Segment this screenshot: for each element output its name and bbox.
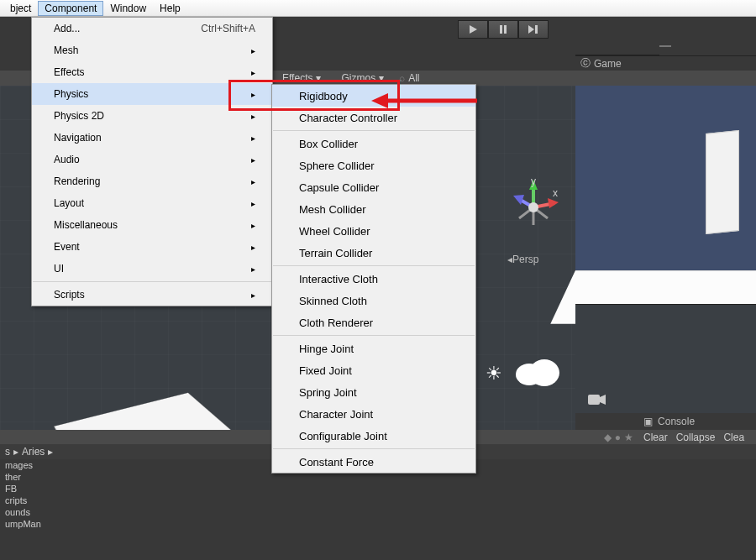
list-item[interactable]: umpMan <box>0 518 277 530</box>
submenu-item-cloth-renderer[interactable]: Cloth Renderer <box>272 311 475 333</box>
menu-item-miscellaneous[interactable]: Miscellaneous▸ <box>32 214 272 236</box>
console-toolbar: Clear Collapse Clea <box>638 430 756 444</box>
menu-object[interactable]: bject <box>3 1 38 16</box>
menu-item-label: UI <box>54 263 64 275</box>
submenu-item-spring-joint[interactable]: Spring Joint <box>272 381 475 403</box>
list-item[interactable]: mages <box>0 459 277 471</box>
submenu-item-capsule-collider[interactable]: Capsule Collider <box>272 176 475 198</box>
collapse-button[interactable]: Collapse <box>676 432 716 443</box>
menu-item-effects[interactable]: Effects▸ <box>32 61 272 83</box>
menu-item-physics2d[interactable]: Physics 2D▸ <box>32 105 272 127</box>
chevron-right-icon: ▸ <box>251 68 255 77</box>
list-item[interactable]: cripts <box>0 495 277 506</box>
game-tab-label: Game <box>594 58 622 70</box>
submenu-item-terrain-collider[interactable]: Terrain Collider <box>272 242 475 264</box>
filter-icon[interactable]: ◆ <box>604 432 612 443</box>
game-view[interactable] <box>575 86 756 413</box>
menu-item-add[interactable]: Add... Ctrl+Shift+A <box>32 18 272 39</box>
clear-on-play-button[interactable]: Clea <box>723 432 744 443</box>
star-icon[interactable]: ★ <box>624 432 633 443</box>
submenu-item-mesh-collider[interactable]: Mesh Collider <box>272 198 475 220</box>
chevron-right-icon: ▸ <box>251 177 255 186</box>
console-tab[interactable]: ▣ Console <box>638 415 756 430</box>
menu-item-scripts[interactable]: Scripts▸ <box>32 284 272 306</box>
submenu-item-sphere-collider[interactable]: Sphere Collider <box>272 154 475 176</box>
menu-item-layout[interactable]: Layout▸ <box>32 192 272 214</box>
menu-item-ui[interactable]: UI▸ <box>32 258 272 280</box>
camera-icon <box>588 393 606 409</box>
svg-rect-2 <box>504 25 507 34</box>
menu-item-label: Effects <box>54 66 84 78</box>
menu-window[interactable]: Window <box>103 1 153 16</box>
filter-icon[interactable]: ● <box>615 432 621 443</box>
submenu-item-fixed-joint[interactable]: Fixed Joint <box>272 359 475 381</box>
search-icon: ⌕ <box>399 72 405 84</box>
svg-marker-3 <box>528 25 534 34</box>
breadcrumb-folder[interactable]: Aries <box>22 446 45 458</box>
effects-dropdown[interactable]: Effects <box>282 72 312 84</box>
orientation-gizmo[interactable]: x y <box>504 178 558 232</box>
chevron-right-icon: ▸ <box>251 199 255 208</box>
menu-item-navigation[interactable]: Navigation▸ <box>32 127 272 149</box>
svg-rect-4 <box>535 25 538 34</box>
svg-marker-20 <box>600 395 606 405</box>
chevron-right-icon: ▸ <box>48 446 53 458</box>
play-button[interactable] <box>458 20 488 39</box>
chevron-right-icon: ▸ <box>251 133 255 143</box>
menu-item-label: Physics <box>54 88 88 100</box>
menu-item-label: Navigation <box>54 132 102 144</box>
svg-point-18 <box>529 359 559 386</box>
submenu-item-skinned-cloth[interactable]: Skinned Cloth <box>272 290 475 311</box>
physics-submenu: Rigidbody Character Controller Box Colli… <box>271 84 476 474</box>
chevron-down-icon: ▾ <box>316 72 321 84</box>
menu-separator <box>273 448 475 449</box>
chevron-right-icon: ▸ <box>251 243 255 252</box>
submenu-item-box-collider[interactable]: Box Collider <box>272 133 475 154</box>
svg-text:x: x <box>553 187 558 199</box>
menu-item-mesh[interactable]: Mesh▸ <box>32 39 272 61</box>
submenu-item-interactive-cloth[interactable]: Interactive Cloth <box>272 268 475 290</box>
submenu-item-wheel-collider[interactable]: Wheel Collider <box>272 220 475 242</box>
list-item[interactable]: ther <box>0 471 277 483</box>
pause-button[interactable] <box>488 20 518 39</box>
menu-item-event[interactable]: Event▸ <box>32 236 272 258</box>
svg-marker-8 <box>548 198 559 208</box>
menu-separator <box>273 335 475 336</box>
search-all[interactable]: All <box>408 72 419 84</box>
submenu-item-character-joint[interactable]: Character Joint <box>272 403 475 425</box>
menu-item-rendering[interactable]: Rendering▸ <box>32 170 272 192</box>
menu-item-label: Mesh <box>54 44 78 56</box>
menu-help[interactable]: Help <box>153 1 187 16</box>
chevron-right-icon: ▸ <box>251 46 255 55</box>
panel-handle[interactable] <box>659 45 671 47</box>
gizmos-dropdown[interactable]: Gizmos <box>341 72 375 84</box>
menu-component[interactable]: Component <box>38 1 103 16</box>
submenu-item-constant-force[interactable]: Constant Force <box>272 451 475 473</box>
game-tab[interactable]: ⓒ Game <box>575 55 756 71</box>
list-item[interactable]: FB <box>0 483 277 495</box>
component-menu: Add... Ctrl+Shift+A Mesh▸ Effects▸ Physi… <box>31 17 273 306</box>
menu-separator <box>273 265 475 266</box>
list-item[interactable]: ounds <box>0 506 277 518</box>
svg-rect-19 <box>588 395 600 405</box>
menu-separator <box>33 281 271 282</box>
menu-item-physics[interactable]: Physics▸ <box>32 83 272 105</box>
menu-item-label: Event <box>54 241 80 253</box>
console-icon: ▣ <box>643 416 653 427</box>
menu-item-audio[interactable]: Audio▸ <box>32 149 272 170</box>
step-button[interactable] <box>518 20 549 39</box>
breadcrumb-root: s <box>5 446 10 458</box>
pacman-icon: ⓒ <box>580 56 591 71</box>
play-controls <box>458 20 549 39</box>
submenu-item-hinge-joint[interactable]: Hinge Joint <box>272 338 475 359</box>
svg-text:y: y <box>531 178 536 187</box>
clear-button[interactable]: Clear <box>643 432 668 443</box>
menu-item-label: Scripts <box>54 289 85 301</box>
chevron-right-icon: ▸ <box>251 112 255 121</box>
submenu-item-character-controller[interactable]: Character Controller <box>272 107 475 128</box>
persp-label[interactable]: ◂Persp <box>507 254 538 265</box>
submenu-item-rigidbody[interactable]: Rigidbody <box>272 85 475 107</box>
cloud-icon <box>511 354 561 390</box>
chevron-down-icon: ▾ <box>379 72 384 84</box>
submenu-item-configurable-joint[interactable]: Configurable Joint <box>272 425 475 447</box>
